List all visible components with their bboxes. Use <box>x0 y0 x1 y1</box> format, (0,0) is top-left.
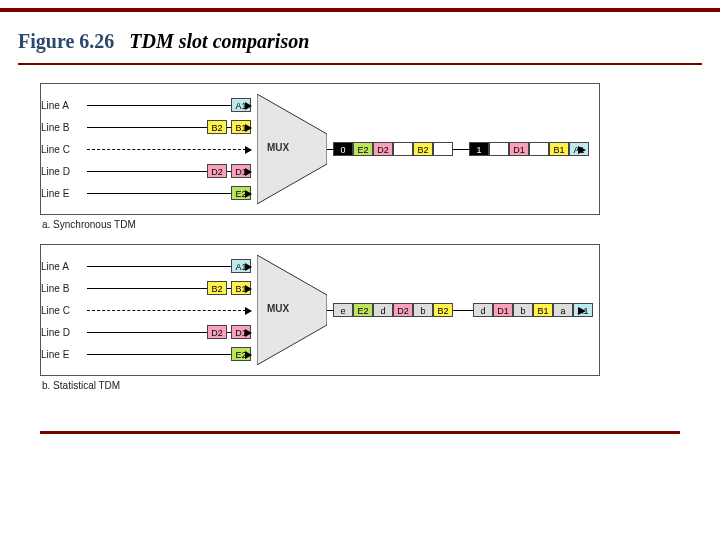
line-a-row: Line A A1 <box>41 255 251 277</box>
output-wire: 0 E2 D2 B2 1 D1 B1 A1 <box>327 149 585 150</box>
frame-hdr: 0 <box>333 142 353 156</box>
line-d-slots: D2 D1 <box>203 164 251 178</box>
diagram-area: Line A A1 Line B B2 B1 <box>0 73 720 425</box>
line-c-row: Line C <box>41 138 251 160</box>
line-a-row: Line A A1 <box>41 94 251 116</box>
frame-slot: D1 <box>493 303 513 317</box>
line-c-label: Line C <box>41 305 87 316</box>
frame-hdr: 1 <box>469 142 489 156</box>
frame-slot: B1 <box>549 142 569 156</box>
line-b-wire: B2 B1 <box>87 288 251 289</box>
arrow-icon <box>578 307 586 315</box>
figure-title: Figure 6.26 TDM slot comparison <box>18 20 702 59</box>
line-b-slots: B2 B1 <box>203 281 251 295</box>
frame-slot: E2 <box>353 303 373 317</box>
line-e-row: Line E E2 <box>41 343 251 365</box>
line-c-label: Line C <box>41 144 87 155</box>
top-rule <box>0 8 720 12</box>
arrow-icon <box>245 263 252 271</box>
frame-slot-empty <box>489 142 509 156</box>
output-wire: e E2 d D2 b B2 d D1 b B1 a A1 <box>327 310 585 311</box>
arrow-icon <box>245 285 252 293</box>
panel-sync: Line A A1 Line B B2 B1 <box>40 83 600 215</box>
addr-slot: d <box>473 303 493 317</box>
arrow-icon <box>245 146 252 154</box>
frame-slot-empty <box>393 142 413 156</box>
panel-stat: Line A A1 Line B B2 B1 <box>40 244 600 376</box>
slot-b2: B2 <box>207 281 227 295</box>
addr-slot: e <box>333 303 353 317</box>
line-e-row: Line E E2 <box>41 182 251 204</box>
mux-shape: MUX <box>257 255 327 365</box>
output-wire-area: e E2 d D2 b B2 d D1 b B1 a A1 <box>327 255 585 365</box>
frame-slot-empty <box>433 142 453 156</box>
sync-frame-2: 0 E2 D2 B2 <box>333 142 453 156</box>
panel-sync-caption: a. Synchronous TDM <box>42 219 680 230</box>
frame-slot: B1 <box>533 303 553 317</box>
input-lines-col: Line A A1 Line B B2 B1 <box>41 94 251 204</box>
addr-slot: a <box>553 303 573 317</box>
arrow-icon <box>245 102 252 110</box>
arrow-icon <box>245 329 252 337</box>
line-d-label: Line D <box>41 166 87 177</box>
line-d-slots: D2 D1 <box>203 325 251 339</box>
addr-slot: b <box>413 303 433 317</box>
sync-frame-1: 1 D1 B1 A1 <box>469 142 589 156</box>
slot-d2: D2 <box>207 325 227 339</box>
slot-b2: B2 <box>207 120 227 134</box>
line-c-wire <box>87 149 251 150</box>
stat-frame-2: e E2 d D2 b B2 <box>333 303 453 317</box>
line-d-wire: D2 D1 <box>87 332 251 333</box>
line-d-label: Line D <box>41 327 87 338</box>
output-wire-area: 0 E2 D2 B2 1 D1 B1 A1 <box>327 94 585 204</box>
frame-slot: B2 <box>413 142 433 156</box>
figure-header: Figure 6.26 TDM slot comparison <box>0 20 720 65</box>
figure-caption: TDM slot comparison <box>129 30 309 52</box>
line-b-label: Line B <box>41 122 87 133</box>
line-d-row: Line D D2 D1 <box>41 160 251 182</box>
arrow-icon <box>245 190 252 198</box>
line-e-label: Line E <box>41 349 87 360</box>
line-e-label: Line E <box>41 188 87 199</box>
frame-slot: B2 <box>433 303 453 317</box>
line-a-wire: A1 <box>87 266 251 267</box>
arrow-icon <box>245 124 252 132</box>
panel-sync-body: Line A A1 Line B B2 B1 <box>41 94 585 204</box>
line-b-wire: B2 B1 <box>87 127 251 128</box>
mux-label: MUX <box>267 142 289 153</box>
line-d-wire: D2 D1 <box>87 171 251 172</box>
line-b-slots: B2 B1 <box>203 120 251 134</box>
line-b-row: Line B B2 B1 <box>41 116 251 138</box>
frame-slot-empty <box>529 142 549 156</box>
frame-slot: D2 <box>393 303 413 317</box>
line-b-label: Line B <box>41 283 87 294</box>
panel-stat-body: Line A A1 Line B B2 B1 <box>41 255 585 365</box>
line-a-wire: A1 <box>87 105 251 106</box>
frame-slot: E2 <box>353 142 373 156</box>
addr-slot: d <box>373 303 393 317</box>
bottom-rule <box>40 431 680 434</box>
figure-number: Figure 6.26 <box>18 30 114 52</box>
line-c-row: Line C <box>41 299 251 321</box>
line-a-label: Line A <box>41 261 87 272</box>
mux-label: MUX <box>267 303 289 314</box>
stat-frame-1: d D1 b B1 a A1 <box>473 303 593 317</box>
frame-slot: D1 <box>509 142 529 156</box>
line-e-wire: E2 <box>87 354 251 355</box>
arrow-icon <box>578 146 586 154</box>
arrow-icon <box>245 351 252 359</box>
addr-slot: b <box>513 303 533 317</box>
frame-slot: D2 <box>373 142 393 156</box>
line-c-wire <box>87 310 251 311</box>
line-e-wire: E2 <box>87 193 251 194</box>
slot-d2: D2 <box>207 164 227 178</box>
line-d-row: Line D D2 D1 <box>41 321 251 343</box>
mux-shape: MUX <box>257 94 327 204</box>
line-b-row: Line B B2 B1 <box>41 277 251 299</box>
arrow-icon <box>245 168 252 176</box>
input-lines-col: Line A A1 Line B B2 B1 <box>41 255 251 365</box>
line-a-label: Line A <box>41 100 87 111</box>
under-title-rule <box>18 63 702 65</box>
arrow-icon <box>245 307 252 315</box>
panel-stat-caption: b. Statistical TDM <box>42 380 680 391</box>
